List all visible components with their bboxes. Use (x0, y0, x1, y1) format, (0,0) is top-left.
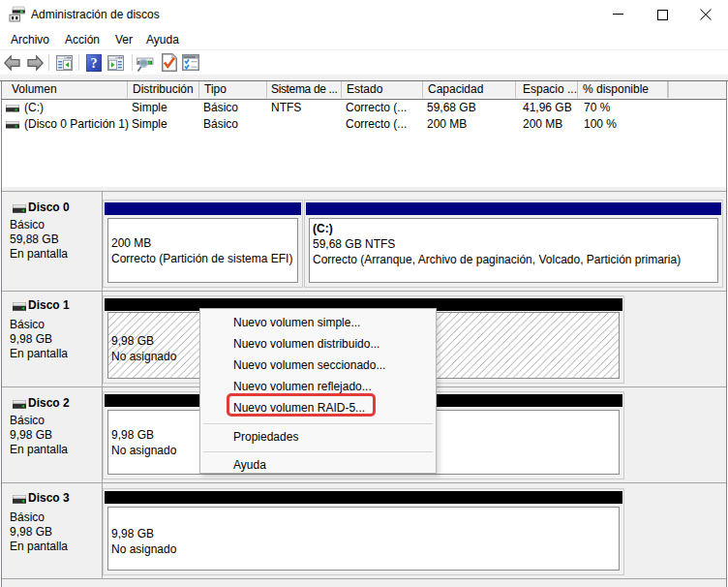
svg-text:?: ? (91, 56, 98, 71)
